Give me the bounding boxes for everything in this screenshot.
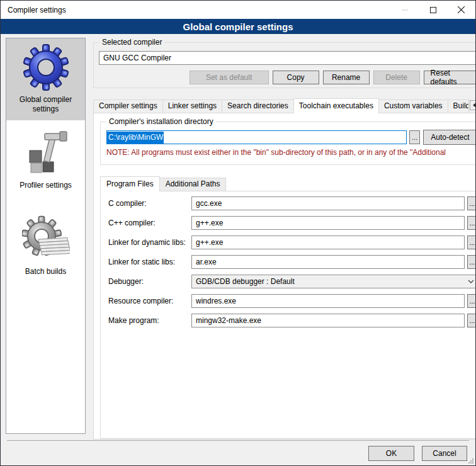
debugger-select-value: GDB/CDB debugger : Default (192, 277, 465, 286)
selected-compiler-group: Selected compiler GNU GCC Compiler Set a… (93, 42, 475, 88)
debugger-label: Debugger: (108, 277, 191, 286)
profiler-caliper-icon (22, 129, 70, 177)
settings-category-list: Global compiler settings Profiler settin… (6, 38, 86, 434)
static-linker-input-wrap (191, 255, 465, 269)
copy-button[interactable]: Copy (273, 71, 319, 84)
dialog-footer: OK Cancel (1, 440, 475, 465)
field-row-resource-compiler: Resource compiler: ... (108, 294, 475, 308)
field-row-make-program: Make program: ... (108, 314, 475, 327)
titlebar[interactable]: Compiler settings (1, 1, 475, 19)
rename-button[interactable]: Rename (323, 71, 370, 84)
tab-scroll-arrows (469, 100, 475, 110)
sidebar-item-batch-builds[interactable]: Batch builds (6, 210, 85, 283)
sidebar-item-label: Batch builds (25, 267, 66, 276)
cpp-compiler-label: C++ compiler: (108, 219, 191, 227)
compiler-select[interactable]: GNU GCC Compiler (99, 51, 475, 65)
maximize-icon (430, 7, 436, 13)
auto-detect-button[interactable]: Auto-detect (423, 130, 475, 145)
reset-defaults-button[interactable]: Reset defaults (424, 71, 475, 84)
tab-toolchain-executables[interactable]: Toolchain executables (293, 98, 379, 113)
settings-tabbar: Compiler settings Linker settings Search… (93, 98, 475, 113)
delete-button[interactable]: Delete (373, 71, 420, 84)
dynamic-linker-browse-button[interactable]: ... (467, 236, 475, 249)
main-panel: Selected compiler GNU GCC Compiler Set a… (93, 38, 475, 440)
set-as-default-button[interactable]: Set as default (190, 71, 269, 84)
directory-note-text: NOTE: All programs must exist either in … (106, 148, 475, 157)
close-icon (458, 6, 465, 13)
c-compiler-input-wrap (191, 196, 465, 210)
static-linker-browse-button[interactable]: ... (467, 255, 475, 269)
tab-compiler-settings[interactable]: Compiler settings (93, 99, 163, 113)
sidebar-item-label: Global compiler settings (9, 95, 82, 114)
tab-custom-variables[interactable]: Custom variables (378, 99, 448, 113)
field-row-dynamic-linker: Linker for dynamic libs: ... (108, 236, 475, 249)
field-row-debugger: Debugger: GDB/CDB debugger : Default (108, 275, 475, 288)
installation-directory-input[interactable]: C:\raylib\MinGW (106, 130, 407, 144)
chevron-down-icon (465, 280, 475, 283)
tab-linker-settings[interactable]: Linker settings (162, 99, 222, 113)
make-program-input-wrap (191, 314, 465, 327)
tab-additional-paths[interactable]: Additional Paths (159, 178, 227, 191)
selected-compiler-group-label: Selected compiler (99, 38, 164, 47)
installation-directory-group: Compiler's installation directory C:\ray… (100, 122, 475, 165)
batch-builds-icon (22, 215, 70, 263)
dynamic-linker-label: Linker for dynamic libs: (108, 238, 191, 247)
ok-button[interactable]: OK (368, 446, 414, 461)
cancel-button[interactable]: Cancel (422, 446, 467, 461)
compiler-buttons-row: Set as default Copy Rename Delete Reset … (99, 71, 475, 84)
field-row-static-linker: Linker for static libs: ... (108, 255, 475, 269)
browse-directory-button[interactable]: ... (409, 130, 420, 144)
resource-compiler-input-wrap (191, 294, 465, 308)
compiler-settings-dialog: Compiler settings Global compiler settin… (0, 0, 476, 466)
resize-grip-icon[interactable] (468, 458, 474, 464)
cpp-compiler-input[interactable] (192, 219, 464, 227)
resource-compiler-browse-button[interactable]: ... (467, 294, 475, 308)
sidebar-item-label: Profiler settings (20, 181, 72, 190)
tab-program-files[interactable]: Program Files (100, 176, 160, 191)
c-compiler-input[interactable] (192, 199, 464, 208)
c-compiler-browse-button[interactable]: ... (467, 196, 475, 210)
debugger-select[interactable]: GDB/CDB debugger : Default (191, 275, 475, 288)
minimize-icon (402, 7, 408, 13)
installation-directory-row: C:\raylib\MinGW ... Auto-detect (106, 130, 475, 145)
tab-build-options-clipped[interactable]: Build (448, 99, 469, 113)
installation-directory-group-label: Compiler's installation directory (106, 117, 216, 126)
dialog-content: Global compiler settings Profiler settin… (1, 34, 475, 440)
dynamic-linker-input[interactable] (192, 238, 464, 247)
static-linker-label: Linker for static libs: (108, 258, 191, 266)
footer-separator (7, 440, 469, 441)
window-title: Compiler settings (1, 6, 390, 14)
sidebar-item-profiler-settings[interactable]: Profiler settings (6, 124, 85, 196)
make-program-label: Make program: (108, 316, 191, 325)
make-program-input[interactable] (192, 316, 464, 325)
toolchain-executables-page: Compiler's installation directory C:\ray… (93, 113, 475, 440)
c-compiler-label: C compiler: (108, 199, 191, 208)
make-program-browse-button[interactable]: ... (467, 314, 475, 327)
chevron-down-icon (472, 56, 475, 60)
cpp-compiler-browse-button[interactable]: ... (467, 216, 475, 230)
sidebar-item-global-compiler-settings[interactable]: Global compiler settings (6, 38, 85, 120)
field-row-c-compiler: C compiler: ... (108, 196, 475, 210)
tab-search-directories[interactable]: Search directories (222, 99, 294, 113)
program-paths-tabbar: Program Files Additional Paths (100, 176, 475, 191)
tab-scroll-left-button[interactable] (470, 100, 475, 110)
program-files-page: C compiler: ... C++ compiler: ... Linker… (100, 191, 475, 439)
blue-gear-icon (22, 43, 70, 91)
resource-compiler-input[interactable] (192, 297, 464, 305)
static-linker-input[interactable] (192, 258, 464, 266)
minimize-button[interactable] (390, 1, 419, 19)
footer-buttons: OK Cancel (368, 446, 467, 461)
page-title: Global compiler settings (1, 19, 475, 34)
installation-directory-value: C:\raylib\MinGW (107, 132, 164, 144)
cpp-compiler-input-wrap (191, 216, 465, 230)
maximize-button[interactable] (419, 1, 447, 19)
dynamic-linker-input-wrap (191, 236, 465, 249)
tab-scroll-left-icon (473, 103, 475, 108)
field-row-cpp-compiler: C++ compiler: ... (108, 216, 475, 230)
resource-compiler-label: Resource compiler: (108, 297, 191, 305)
close-button[interactable] (447, 1, 475, 19)
compiler-select-value: GNU GCC Compiler (99, 54, 472, 62)
